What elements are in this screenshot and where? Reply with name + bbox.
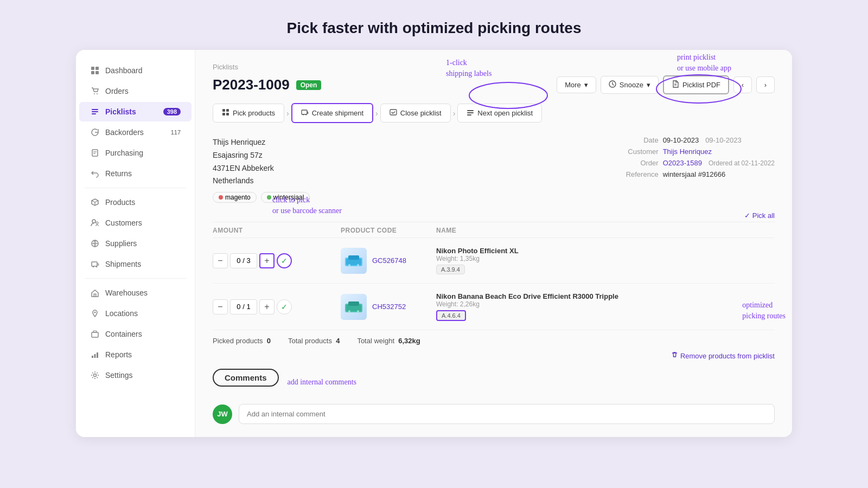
picklists-badge: 398	[163, 108, 181, 115]
arrow-2: ›	[373, 109, 380, 118]
step-next-icon	[467, 108, 474, 118]
location-badge-2[interactable]: A.4.6.4	[436, 310, 466, 321]
sidebar-label-backorders: Backorders	[105, 128, 144, 137]
sidebar-label-containers: Containers	[105, 330, 142, 338]
amount-input-1[interactable]	[230, 253, 257, 268]
check-btn-2[interactable]: ✓	[277, 299, 292, 314]
product-code-cell-1: GC526748	[341, 248, 427, 274]
sidebar-label-products: Products	[105, 198, 135, 207]
svg-rect-2	[91, 71, 94, 74]
svg-rect-42	[467, 112, 474, 113]
svg-rect-51	[348, 301, 359, 306]
sidebar-label-suppliers: Suppliers	[105, 239, 137, 248]
pick-all-button[interactable]: ✓ Pick all	[744, 211, 775, 220]
col-name: Name	[436, 227, 775, 234]
sidebar-label-reports: Reports	[105, 350, 132, 359]
sidebar-item-reports[interactable]: Reports	[79, 345, 192, 364]
sidebar-item-locations[interactable]: Locations	[79, 304, 192, 323]
weight-label: Total weight 6,32kg	[357, 337, 420, 345]
product-code-2[interactable]: CH532752	[372, 303, 406, 311]
comments-header: Comments	[213, 369, 279, 387]
arrow-1: ›	[284, 109, 291, 118]
step-close-label: Close picklist	[400, 109, 442, 117]
weight-value: 6,32kg	[398, 337, 420, 345]
comment-input[interactable]	[239, 404, 775, 424]
arrow-3: ›	[451, 109, 458, 118]
svg-rect-0	[91, 67, 94, 70]
minus-btn-2[interactable]: −	[213, 299, 228, 314]
picklist-pdf-button[interactable]: Picklist PDF	[663, 75, 729, 94]
plus-btn-1[interactable]: +	[259, 253, 275, 268]
location-badge-1[interactable]: A.3.9.4	[436, 265, 465, 274]
step-pick-icon	[222, 108, 229, 118]
snooze-label: Snooze	[620, 81, 643, 89]
address-block: Thijs Henriquez Esajasring 57z 4371EN Ab…	[213, 136, 310, 203]
remove-icon	[671, 351, 678, 360]
tag-dot-wintersjaal	[267, 195, 271, 200]
sidebar-item-suppliers[interactable]: Suppliers	[79, 234, 192, 253]
minus-btn-1[interactable]: −	[213, 253, 228, 268]
product-info-2: Nikon Banana Beach Eco Drive Efficient R…	[436, 292, 775, 321]
page-title: Pick faster with optimized picking route…	[287, 0, 582, 50]
sidebar-item-products[interactable]: Products	[79, 192, 192, 212]
header-actions: More ▾ Snooze ▾ Picklist P	[557, 75, 775, 94]
svg-line-12	[92, 201, 95, 202]
clock-icon	[609, 80, 616, 89]
check-btn-1[interactable]: ✓	[277, 253, 292, 268]
sidebar-item-warehouses[interactable]: Warehouses	[79, 283, 192, 303]
next-button[interactable]: ›	[756, 76, 775, 93]
sidebar: Dashboard Orders Picklists 398 Backorder…	[76, 50, 195, 437]
sidebar-item-customers[interactable]: Customers	[79, 213, 192, 233]
svg-rect-37	[226, 113, 229, 115]
product-img-2	[341, 294, 367, 320]
picklist-pdf-label: Picklist PDF	[682, 81, 720, 89]
step-pick-label: Pick products	[233, 109, 275, 117]
step-shipment-icon	[301, 108, 309, 118]
snooze-button[interactable]: Snooze ▾	[601, 76, 659, 94]
remove-products-link[interactable]: Remove products from picklist	[213, 351, 775, 360]
svg-rect-23	[92, 332, 98, 337]
plus-btn-2[interactable]: +	[259, 299, 275, 314]
step-next-picklist[interactable]: Next open picklist	[457, 104, 542, 123]
svg-rect-7	[92, 111, 98, 112]
sidebar-item-returns[interactable]: Returns	[79, 164, 192, 183]
step-close-icon	[390, 108, 397, 118]
sidebar-item-dashboard[interactable]: Dashboard	[79, 61, 192, 80]
step-create-shipment[interactable]: Create shipment	[291, 103, 373, 123]
svg-point-20	[96, 266, 97, 267]
list-icon	[90, 107, 100, 117]
order-link[interactable]: O2023-1589	[663, 159, 702, 167]
amount-input-2[interactable]	[230, 299, 257, 314]
chevron-down-icon: ▾	[584, 81, 588, 89]
order-extra: Ordered at 02-11-2022	[709, 159, 775, 167]
product-code-1[interactable]: GC526748	[372, 256, 406, 265]
svg-point-28	[94, 374, 97, 377]
svg-rect-26	[94, 354, 96, 358]
sidebar-item-shipments[interactable]: Shipments	[79, 254, 192, 274]
picked-label: Picked products 0	[213, 337, 271, 345]
more-button[interactable]: More ▾	[557, 76, 596, 93]
tag-label-magento: magento	[225, 194, 251, 201]
product-name-1: Nikon Photo Efficient XL	[436, 247, 775, 255]
tag-magento[interactable]: magento	[213, 192, 257, 203]
customer-label: Customer	[615, 147, 659, 156]
sidebar-item-containers[interactable]: Containers	[79, 324, 192, 344]
date-label: Date	[615, 136, 659, 144]
sidebar-label-settings: Settings	[105, 371, 133, 380]
sidebar-item-picklists[interactable]: Picklists 398	[79, 102, 192, 121]
sidebar-item-backorders[interactable]: Backorders 117	[79, 123, 192, 142]
sidebar-item-purchasing[interactable]: Purchasing	[79, 143, 192, 163]
customer-link[interactable]: Thijs Henriquez	[663, 147, 712, 156]
step-pick-products[interactable]: Pick products	[213, 104, 284, 123]
sidebar-label-orders: Orders	[105, 87, 129, 95]
svg-rect-18	[92, 262, 97, 266]
prev-button[interactable]: ‹	[733, 76, 752, 93]
sidebar-item-settings[interactable]: Settings	[79, 365, 192, 385]
date-extra: 09-10-2023	[705, 136, 742, 144]
main-content: Picklists P2023-1009 Open More ▾	[195, 50, 792, 437]
step-close-picklist[interactable]: Close picklist	[380, 104, 451, 123]
sidebar-item-orders[interactable]: Orders	[79, 81, 192, 101]
tag-wintersjaal[interactable]: wintersjaal	[261, 192, 310, 203]
svg-point-4	[94, 93, 95, 94]
detail-reference: Reference wintersjaal #912666	[615, 170, 775, 178]
